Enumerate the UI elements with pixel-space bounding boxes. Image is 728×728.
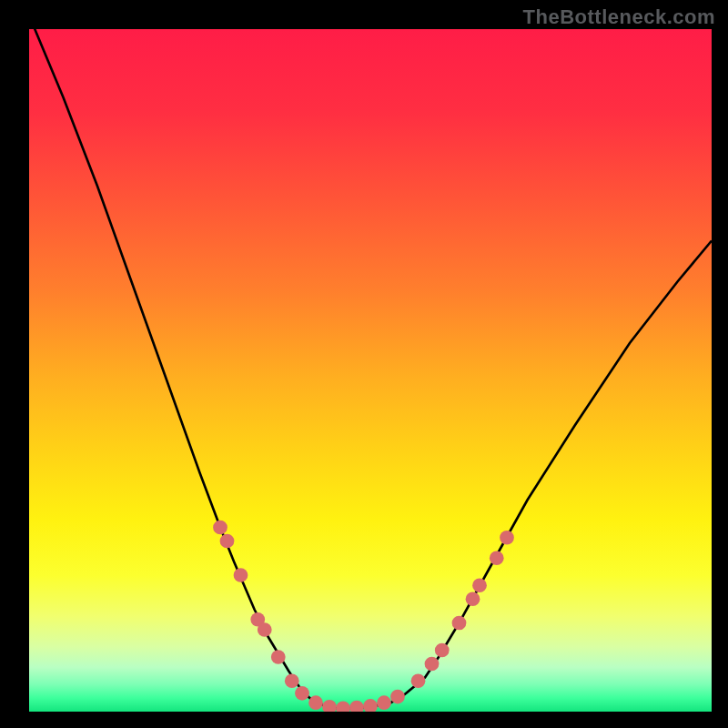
curve-marker — [295, 686, 309, 701]
bottleneck-curve — [29, 29, 712, 708]
curve-marker — [377, 695, 391, 710]
curve-marker — [500, 531, 514, 545]
curve-marker — [285, 673, 299, 688]
curve-marker — [234, 568, 248, 582]
curve-marker — [271, 650, 286, 664]
curve-marker — [349, 701, 364, 712]
curve-marker — [452, 616, 467, 631]
curve-marker — [213, 521, 228, 535]
curve-marker — [425, 657, 440, 672]
curve-marker — [363, 699, 378, 712]
curve-marker — [308, 695, 323, 710]
chart-frame: TheBottleneck.com — [0, 0, 728, 728]
curve-marker — [466, 592, 480, 606]
curve-marker — [411, 673, 426, 688]
curve-marker — [390, 690, 405, 704]
curve-markers — [213, 521, 514, 712]
curve-layer — [29, 29, 712, 712]
curve-marker — [258, 622, 272, 637]
curve-marker — [336, 701, 350, 712]
plot-area — [29, 29, 712, 712]
curve-marker — [472, 578, 487, 592]
brand-watermark: TheBottleneck.com — [523, 5, 715, 29]
curve-marker — [435, 643, 450, 658]
curve-marker — [220, 534, 235, 549]
curve-marker — [322, 700, 337, 712]
curve-marker — [490, 551, 504, 565]
